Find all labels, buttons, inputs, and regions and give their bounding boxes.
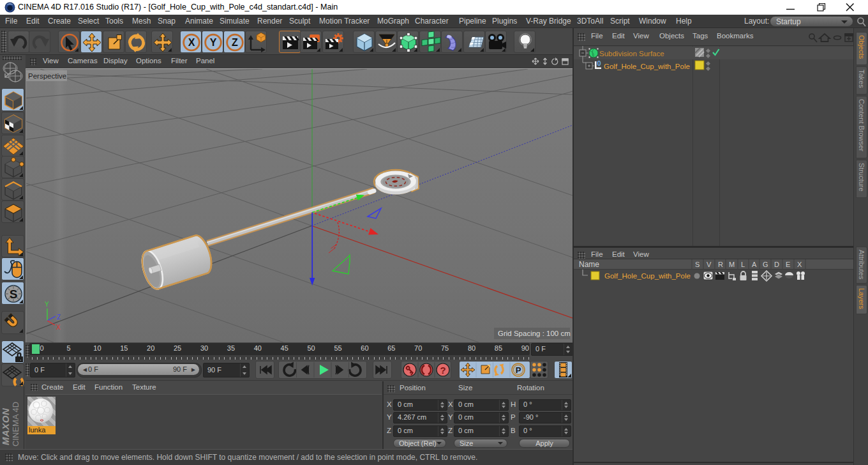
svg-text:A: A (752, 261, 757, 268)
svg-text:Subdivision Surface: Subdivision Surface (599, 50, 664, 57)
svg-text:E: E (786, 261, 790, 268)
svg-text:S: S (10, 287, 18, 301)
svg-text:Y: Y (210, 37, 217, 48)
svg-text:M: M (729, 261, 735, 268)
svg-text:R: R (718, 261, 723, 268)
svg-text:Y: Y (45, 301, 49, 308)
svg-text:Golf_Hole_Cup_with_Pole: Golf_Hole_Cup_with_Pole (604, 63, 690, 70)
svg-text:Perspective: Perspective (28, 72, 66, 80)
svg-text:L: L (741, 261, 745, 268)
svg-text:?: ? (440, 365, 445, 376)
svg-text:Golf_Hole_Cup_with_Pole: Golf_Hole_Cup_with_Pole (604, 272, 691, 280)
svg-text:Grid Spacing : 100 cm: Grid Spacing : 100 cm (498, 330, 571, 337)
svg-text:Z: Z (57, 314, 61, 321)
svg-text:S: S (695, 261, 700, 268)
svg-text:X: X (56, 324, 61, 331)
svg-text:X: X (797, 261, 802, 268)
svg-text:V: V (707, 261, 712, 268)
svg-text:0: 0 (597, 59, 601, 67)
svg-text:P: P (516, 365, 521, 375)
svg-text:X: X (188, 37, 195, 48)
svg-text:G: G (763, 261, 768, 268)
svg-text:Z: Z (232, 37, 238, 48)
svg-text:D: D (774, 261, 779, 268)
